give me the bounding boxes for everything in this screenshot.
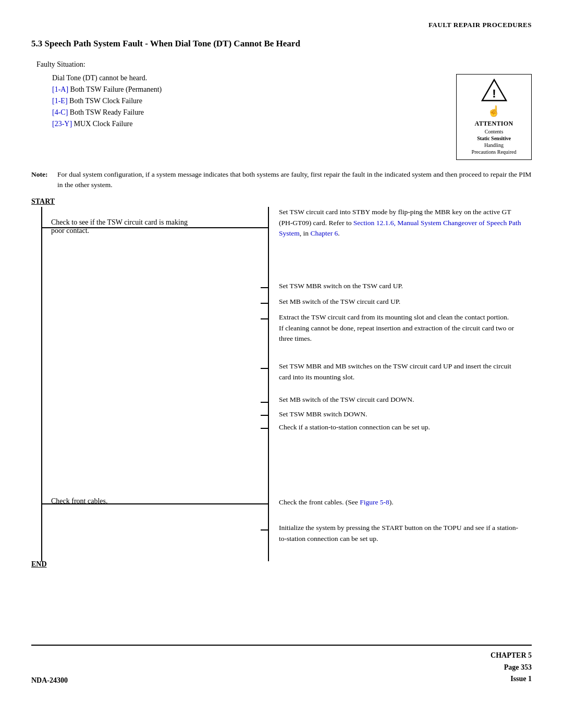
flow-diagram: START: [31, 198, 532, 613]
note-label: Note:: [31, 169, 54, 191]
attention-title: ATTENTION: [462, 119, 526, 128]
right-step-1: Set TSW circuit card into STBY mode by f…: [279, 207, 524, 239]
attention-box: ! ☝ ATTENTION ContentsStatic SensitiveHa…: [456, 74, 532, 160]
footer-chapter: CHAPTER 5: [491, 651, 532, 659]
left-check-cables-text: Check front cables.: [51, 497, 107, 505]
note-block: Note: For dual system configuration, if …: [31, 169, 532, 191]
footer-page: Page 353: [504, 663, 532, 671]
right-step-2: Set TSW MBR switch on the TSW card UP.: [279, 281, 524, 291]
page-footer: NDA-24300 CHAPTER 5 Page 353 Issue 1: [31, 645, 532, 685]
faulty-situation-block: Faulty Situation: Dial Tone (DT) cannot …: [36, 60, 532, 160]
left-check-tsw-text: Check to see if the TSW circuit card is …: [51, 218, 188, 235]
hand-icon: ☝: [462, 104, 526, 118]
svg-text:!: !: [492, 87, 496, 100]
warning-triangle-icon: !: [481, 79, 507, 102]
left-check-tsw: Check to see if the TSW circuit card is …: [51, 218, 202, 235]
attention-contents: ContentsStatic SensitiveHandlingPrecauti…: [462, 128, 526, 155]
right-step-6: Set MB switch of the TSW circuit card DO…: [279, 394, 524, 405]
faulty-item-0: Dial Tone (DT) cannot be heard.: [52, 74, 446, 82]
figure-5-8-link[interactable]: Figure 5-8: [360, 498, 389, 506]
faulty-item-2: [1-E] Both TSW Clock Failure: [52, 97, 446, 105]
right-step-4: Extract the TSW circuit card from its mo…: [279, 312, 524, 344]
section-title: 5.3 Speech Path System Fault - When Dial…: [31, 39, 532, 49]
chapter-link[interactable]: Chapter 6: [310, 229, 338, 237]
faulty-list: Dial Tone (DT) cannot be heard. [1-A] Bo…: [36, 74, 446, 131]
footer-issue: Issue 1: [510, 675, 532, 683]
right-step-5: Set TSW MBR and MB switches on the TSW c…: [279, 361, 524, 382]
faulty-link-4[interactable]: [23-Y]: [52, 120, 72, 128]
right-step-8: Check if a station-to-station connection…: [279, 422, 524, 433]
footer-chapter-info: CHAPTER 5 Page 353 Issue 1: [491, 650, 532, 685]
end-label: END: [31, 560, 47, 569]
right-step-3: Set MB switch of the TSW circuit card UP…: [279, 297, 524, 307]
note-text: For dual system configuration, if a syst…: [57, 169, 532, 191]
right-step-10: Initialize the system by pressing the ST…: [279, 523, 524, 544]
faulty-link-2[interactable]: [1-E]: [52, 97, 68, 105]
faulty-item-3: [4-C] Both TSW Ready Failure: [52, 108, 446, 117]
left-check-cables: Check front cables.: [51, 497, 202, 505]
faulty-link-1[interactable]: [1-A]: [52, 85, 68, 93]
header-title: FAULT REPAIR PROCEDURES: [429, 21, 532, 29]
start-label: START: [31, 198, 55, 206]
faulty-item-4: [23-Y] MUX Clock Failure: [52, 120, 446, 128]
footer-doc-number: NDA-24300: [31, 676, 68, 685]
right-step-9: Check the front cables. (See Figure 5-8)…: [279, 497, 524, 508]
faulty-label: Faulty Situation:: [36, 60, 532, 69]
faulty-link-3[interactable]: [4-C]: [52, 108, 68, 116]
faulty-item-1: [1-A] Both TSW Failure (Permanent): [52, 85, 446, 94]
page-header: FAULT REPAIR PROCEDURES: [31, 21, 532, 29]
right-step-7: Set TSW MBR switch DOWN.: [279, 409, 524, 419]
